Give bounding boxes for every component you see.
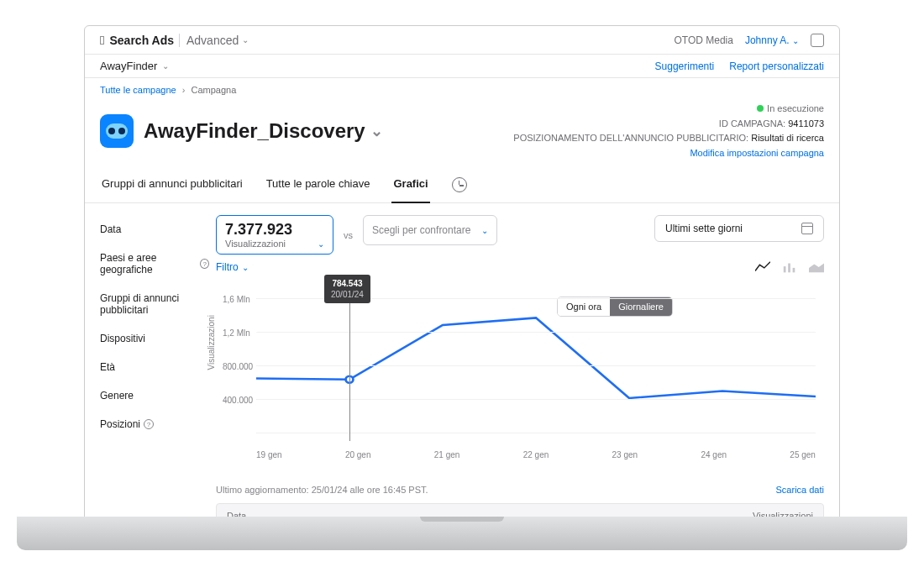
sidebar-item-positions[interactable]: Posizioni? <box>100 410 209 438</box>
crumb-current: Campagna <box>192 85 237 95</box>
y-tick: 800.000 <box>223 362 253 371</box>
chart-panel: 7.377.923 Visualizzazioni⌄ vs Scegli per… <box>216 215 824 521</box>
tab-ad-groups[interactable]: Gruppi di annunci pubblicitari <box>100 169 244 202</box>
sidebar-item-groups[interactable]: Gruppi di annunci pubblicitari <box>100 284 209 324</box>
link-custom-reports[interactable]: Report personalizzati <box>729 60 824 72</box>
breadcrumb: Tutte le campagne › Campagna <box>85 78 839 98</box>
x-tick: 20 gen <box>345 450 371 459</box>
org-name: OTOD Media <box>674 34 732 46</box>
tab-charts[interactable]: Grafici <box>391 169 429 202</box>
apple-logo-icon:  <box>100 33 104 47</box>
status-dot-icon <box>757 105 764 112</box>
last-updated: Ultimo aggiornamento: 25/01/24 alle ore … <box>216 485 428 495</box>
tab-keywords[interactable]: Tutte le parole chiave <box>265 169 372 202</box>
apps-switcher-icon[interactable] <box>811 34 824 47</box>
app-selector[interactable]: AwayFinder ⌄ <box>100 60 169 72</box>
campaign-meta: In esecuzione ID CAMPAGNA: 9411073 POSIZ… <box>513 102 824 160</box>
app-screen:  Search Ads Advanced ⌄ OTOD Media Johnn… <box>84 25 840 521</box>
y-tick: 1,2 Mln <box>223 328 250 338</box>
chevron-down-icon: ⌄ <box>792 36 799 45</box>
download-data-link[interactable]: Scarica dati <box>776 485 824 495</box>
chevron-down-icon: ⌄ <box>242 263 249 272</box>
help-icon[interactable]: ? <box>144 419 154 429</box>
x-tick: 22 gen <box>523 450 549 459</box>
primary-metric-select[interactable]: 7.377.923 Visualizzazioni⌄ <box>216 215 333 255</box>
line-chart: Visualizzazioni 1,6 Mln 1,2 Mln 800.000 … <box>216 298 824 466</box>
tooltip-date: 20/01/24 <box>331 289 364 300</box>
help-icon[interactable]: ? <box>200 259 209 269</box>
link-suggestions[interactable]: Suggerimenti <box>655 60 715 72</box>
campaign-title[interactable]: AwayFinder_Discovery ⌄ <box>144 119 383 143</box>
y-tick: 1,6 Mln <box>223 295 250 304</box>
tooltip-value: 784.543 <box>331 278 364 289</box>
metric-value: 7.377.923 <box>225 221 324 239</box>
chevron-down-icon: ⌄ <box>162 61 169 71</box>
bar-chart-icon[interactable] <box>782 261 797 273</box>
crumb-all-campaigns[interactable]: Tutte le campagne <box>100 85 176 95</box>
x-axis: 19 gen20 gen21 gen22 gen23 gen24 gen25 g… <box>256 450 816 459</box>
sidebar-item-gender[interactable]: Genere <box>100 381 209 410</box>
brand:  Search Ads Advanced ⌄ <box>100 33 249 47</box>
y-axis-label: Visualizzazioni <box>207 315 216 370</box>
brand-main: Search Ads <box>109 34 174 47</box>
svg-rect-1 <box>788 264 790 273</box>
account-area: OTOD Media Johnny A. ⌄ <box>674 34 824 47</box>
history-icon <box>452 177 467 192</box>
x-tick: 21 gen <box>434 450 460 459</box>
dimension-sidebar: Data Paesi e aree geografiche? Gruppi di… <box>100 215 209 521</box>
status-label: In esecuzione <box>767 103 824 113</box>
sidebar-item-devices[interactable]: Dispositivi <box>100 324 209 353</box>
plot-area[interactable] <box>256 298 816 441</box>
chart-tooltip: 784.543 20/01/24 <box>324 275 370 303</box>
filter-button[interactable]: Filtro ⌄ <box>216 261 249 273</box>
line-chart-icon[interactable] <box>755 261 770 273</box>
hover-guideline <box>349 298 350 441</box>
metric-label: Visualizzazioni <box>225 239 286 249</box>
edit-campaign-link[interactable]: Modifica impostazioni campagna <box>513 146 824 161</box>
campaign-id: 9411073 <box>788 118 824 129</box>
title-row: AwayFinder_Discovery ⌄ In esecuzione ID … <box>85 98 839 169</box>
sidebar-item-date[interactable]: Data <box>100 215 209 244</box>
brand-variant[interactable]: Advanced ⌄ <box>179 34 249 47</box>
svg-rect-0 <box>784 266 786 272</box>
x-tick: 24 gen <box>701 450 727 459</box>
top-bar:  Search Ads Advanced ⌄ OTOD Media Johnn… <box>85 26 839 55</box>
x-tick: 19 gen <box>256 450 282 459</box>
tabs: Gruppi di annunci pubblicitari Tutte le … <box>85 169 839 203</box>
sidebar-item-age[interactable]: Età <box>100 353 209 381</box>
chart-type-switch <box>755 261 824 273</box>
chevron-down-icon: ⌄ <box>242 35 249 45</box>
tab-history[interactable] <box>450 169 469 202</box>
area-chart-icon[interactable] <box>809 261 824 273</box>
svg-rect-2 <box>793 268 795 272</box>
chevron-down-icon: ⌄ <box>370 122 383 140</box>
placement-value: Risultati di ricerca <box>751 133 824 143</box>
x-tick: 23 gen <box>612 450 638 459</box>
user-menu[interactable]: Johnny A. ⌄ <box>745 34 799 46</box>
sub-bar: AwayFinder ⌄ Suggerimenti Report persona… <box>85 55 839 78</box>
date-range-select[interactable]: Ultimi sette giorni <box>654 215 824 242</box>
y-tick: 400.000 <box>223 396 253 405</box>
main-content: Data Paesi e aree geografiche? Gruppi di… <box>85 203 839 521</box>
vs-label: vs <box>342 230 354 240</box>
chevron-down-icon: ⌄ <box>481 226 488 235</box>
compare-metric-select[interactable]: Scegli per confrontare ⌄ <box>363 215 497 245</box>
laptop-base <box>17 517 907 550</box>
x-tick: 25 gen <box>790 450 816 459</box>
calendar-icon <box>801 223 813 234</box>
app-icon <box>100 114 134 148</box>
chevron-right-icon: › <box>179 85 189 95</box>
sidebar-item-geo[interactable]: Paesi e aree geografiche? <box>100 244 209 284</box>
chevron-down-icon: ⌄ <box>318 239 324 249</box>
